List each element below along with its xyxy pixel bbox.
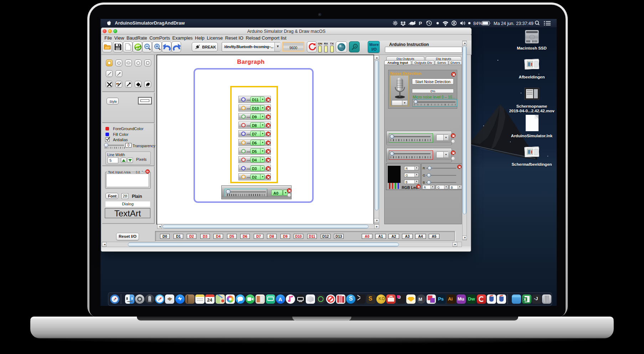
- svg-text:Ma 24 jun.: Ma 24 jun.: [494, 21, 514, 26]
- svg-text:23:37:49: 23:37:49: [516, 21, 534, 26]
- svg-text:P: P: [419, 21, 422, 26]
- svg-text:84%: 84%: [473, 21, 482, 26]
- svg-text:ab: ab: [116, 82, 119, 85]
